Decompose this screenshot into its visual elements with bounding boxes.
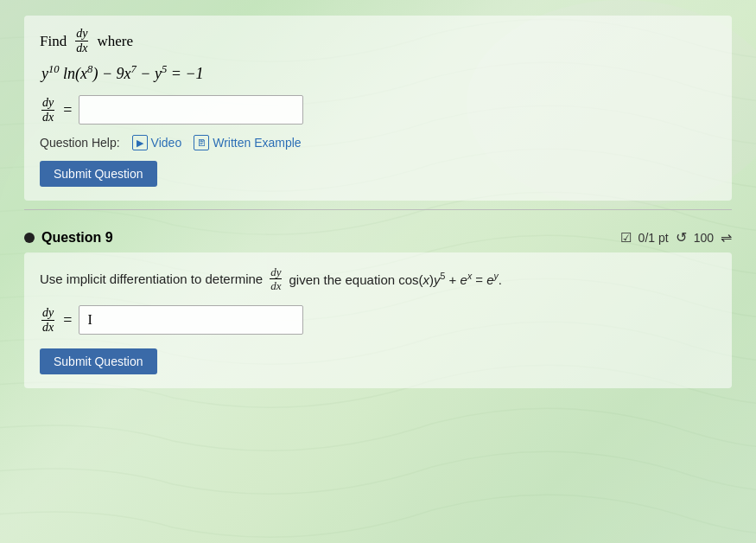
retry-icon[interactable]: ↺ [676, 229, 687, 246]
find-label: Find [40, 33, 67, 50]
answer-dx-9: dx [42, 321, 54, 334]
main-content: Find dy dx where y10 ln(x8) − 9x7 − y5 =… [0, 0, 756, 404]
equation8-text: y10 ln(x8) − 9x7 − y5 = −1 [41, 65, 204, 82]
dx-denominator: dx [76, 42, 87, 54]
written-example-link-8[interactable]: 🖹 Written Example [194, 135, 301, 150]
score-label: 0/1 pt [638, 231, 669, 245]
written-icon-8: 🖹 [194, 135, 209, 150]
answer-dy-9: dy [41, 307, 54, 321]
submit-button-9[interactable]: Submit Question [40, 348, 157, 374]
equals-9: = [63, 311, 72, 329]
question-help-8: Question Help: ▶ Video 🖹 Written Example [40, 135, 716, 150]
given-text-9: given the equation cos(x)y5 + ex = ey. [289, 271, 502, 287]
question9-header: Question 9 ☑ 0/1 pt ↺ 100 ⇌ [24, 219, 732, 252]
section-divider [24, 209, 732, 210]
dy-numerator: dy [75, 28, 88, 42]
prob-dy: dy [270, 266, 282, 279]
question8-section: Find dy dx where y10 ln(x8) − 9x7 − y5 =… [24, 16, 732, 201]
problem-statement-9: Use implicit differentiation to determin… [40, 266, 716, 291]
answer-input-9[interactable] [79, 305, 303, 335]
answer-dx: dx [42, 111, 54, 124]
question9-bullet [24, 233, 35, 243]
answer-row-8: dy dx = [40, 95, 716, 125]
question9-title: Question 9 [24, 230, 113, 246]
question-help-label: Question Help: [40, 136, 120, 150]
attempts-label: 100 [694, 231, 714, 245]
answer-input-8[interactable] [79, 95, 303, 125]
swap-icon[interactable]: ⇌ [721, 229, 732, 246]
video-icon-8: ▶ [132, 135, 148, 150]
prob-dx: dx [270, 279, 281, 291]
dy-dx-fraction: dy dx [75, 28, 88, 54]
answer-dy: dy [41, 97, 54, 111]
question9-meta: ☑ 0/1 pt ↺ 100 ⇌ [620, 229, 732, 246]
video-link-8[interactable]: ▶ Video [132, 135, 182, 150]
where-label: where [97, 33, 133, 50]
answer-row-9: dy dx = I [40, 305, 716, 335]
question9-title-label: Question 9 [41, 230, 113, 246]
equals-8: = [63, 101, 72, 119]
submit-button-8[interactable]: Submit Question [40, 161, 157, 187]
problem-fraction-9: dy dx [270, 266, 282, 291]
find-header: Find dy dx where [40, 28, 716, 54]
check-icon: ☑ [620, 230, 632, 246]
equation8: y10 ln(x8) − 9x7 − y5 = −1 [41, 63, 716, 83]
problem-text-9: Use implicit differentiation to determin… [40, 272, 263, 286]
answer-fraction-8: dy dx [41, 97, 54, 124]
answer-fraction-9: dy dx [41, 307, 54, 334]
video-label-8: Video [151, 136, 182, 150]
question9-content: Use implicit differentiation to determin… [24, 252, 732, 388]
written-example-label-8: Written Example [213, 136, 301, 150]
